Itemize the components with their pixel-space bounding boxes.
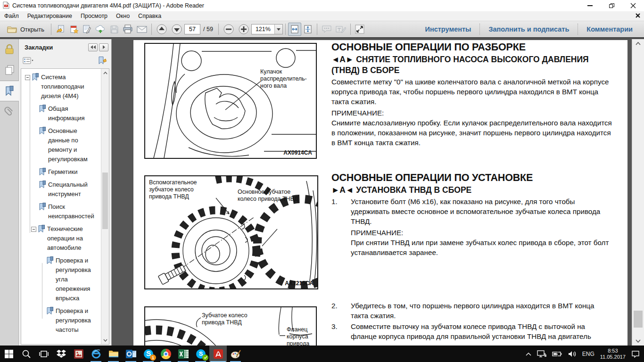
file-explorer-icon[interactable] xyxy=(105,346,122,362)
bookmarks-scrollbar[interactable] xyxy=(101,69,109,344)
bookmark-item[interactable]: Поиск неисправностей xyxy=(24,202,101,221)
paint-icon[interactable] xyxy=(227,346,244,362)
chrome-icon[interactable] xyxy=(157,346,174,362)
volume-icon[interactable] xyxy=(566,346,579,362)
paperclip-icon xyxy=(4,106,15,117)
task-view-icon xyxy=(39,350,49,358)
internet-explorer-icon[interactable] xyxy=(87,346,105,362)
collapse-minus-icon[interactable] xyxy=(25,75,30,80)
list-item-number: 3. xyxy=(331,321,351,341)
sign-document-button[interactable] xyxy=(80,23,93,36)
fit-width-button[interactable] xyxy=(288,23,301,36)
collapse-minus-icon[interactable] xyxy=(31,227,36,232)
menu-help[interactable]: Справка xyxy=(134,11,165,21)
previous-page-button[interactable] xyxy=(154,23,169,36)
bookmark-item[interactable]: Проверка и регулировка угла опережения в… xyxy=(24,256,101,303)
network-icon[interactable] xyxy=(535,346,549,362)
menu-view[interactable]: Просмотр xyxy=(76,11,112,21)
outlook-icon[interactable] xyxy=(122,346,140,362)
save-icon xyxy=(110,25,119,34)
close-button[interactable] xyxy=(622,0,644,11)
window-title: Система топливоподачи двигателя 4M4.pdf … xyxy=(12,2,204,9)
bookmark-item[interactable]: Общая информация xyxy=(24,104,101,123)
battery-icon[interactable] xyxy=(550,346,565,362)
zoom-level-select[interactable]: 121% xyxy=(251,24,283,34)
action-center-icon[interactable] xyxy=(629,346,642,362)
document-scrollbar[interactable] xyxy=(632,39,644,346)
figure-gears: Вспомогательное зубчатое колесо привода … xyxy=(144,175,318,289)
scroll-up-icon[interactable] xyxy=(101,69,109,76)
list-item-text: Совместите выточку на зубчатом колесе пр… xyxy=(351,321,613,341)
figure-camshaft: Кулачок распределитель- ного вала AX0914… xyxy=(144,43,317,159)
language-indicator[interactable]: ENG xyxy=(580,346,597,362)
fit-page-icon xyxy=(303,25,313,34)
scroll-up-icon[interactable] xyxy=(632,40,644,47)
pdf-page: Кулачок распределитель- ного вала AX0914… xyxy=(133,40,627,346)
task-view-button[interactable] xyxy=(35,346,52,362)
taskbar-search-button[interactable] xyxy=(17,346,35,362)
options-list-icon xyxy=(23,57,34,64)
print-button[interactable] xyxy=(121,23,135,36)
fullscreen-button[interactable] xyxy=(353,23,366,36)
minimize-button[interactable] xyxy=(579,0,601,11)
clock[interactable]: 8:53 11.05.2017 xyxy=(598,346,628,362)
scrollbar-thumb[interactable] xyxy=(102,173,108,229)
figure-code: AX0914CA xyxy=(283,149,312,156)
email-button[interactable] xyxy=(135,23,149,36)
tools-pane-button[interactable]: Инструменты xyxy=(417,24,480,35)
comments-pane-button[interactable]: Комментарии xyxy=(578,24,641,35)
list-item-number: 2. xyxy=(331,301,351,321)
page-number-input[interactable] xyxy=(184,24,200,34)
menubar-close-icon[interactable] xyxy=(636,13,640,19)
add-comment-button[interactable] xyxy=(320,23,334,36)
section-heading: ОСНОВНЫЕ ОПЕРАЦИИ ПО РАЗБОРКЕ xyxy=(331,41,613,53)
menu-window[interactable]: Окно xyxy=(112,11,134,21)
note-text: При снятии ТНВД или при замене зубчатых … xyxy=(351,238,613,257)
bookmarks-tab[interactable] xyxy=(0,81,19,101)
minimize-icon xyxy=(587,5,593,6)
attachments-tab[interactable] xyxy=(0,101,19,122)
save-button[interactable] xyxy=(107,23,121,36)
skype-icon[interactable]: 1 xyxy=(140,346,157,362)
bookmark-item[interactable]: Технические операции на автомобиле xyxy=(24,224,101,253)
menu-file[interactable]: Файл xyxy=(0,11,23,21)
new-bookmark-button[interactable] xyxy=(97,56,107,66)
share-file-button[interactable] xyxy=(54,23,67,36)
bookmark-ribbon-icon xyxy=(38,225,45,233)
bookmark-item[interactable]: Специальный инструмент xyxy=(24,180,101,199)
open-button[interactable]: Открыть xyxy=(3,23,49,36)
bookmark-item-root[interactable]: Система топливоподачи дизеля (4M4) xyxy=(24,73,101,101)
fill-sign-pane-button[interactable]: Заполнить и подписать xyxy=(479,24,578,35)
scroll-down-icon[interactable] xyxy=(632,337,644,345)
adobe-reader-taskbar-icon[interactable] xyxy=(209,346,227,362)
security-tab[interactable] xyxy=(0,39,19,60)
start-button[interactable] xyxy=(0,346,17,362)
zoom-dropdown-icon[interactable] xyxy=(274,25,282,34)
zoom-in-button[interactable] xyxy=(236,23,251,36)
collapse-panel-button[interactable] xyxy=(88,43,98,51)
bookmark-item[interactable]: Основные данные по ремонту и регулировка… xyxy=(24,126,101,164)
create-pdf-button[interactable] xyxy=(67,23,80,36)
scrollbar-thumb[interactable] xyxy=(634,311,643,328)
dropbox-icon[interactable] xyxy=(52,346,70,362)
skype-business-icon[interactable] xyxy=(192,346,209,362)
expand-panel-button[interactable] xyxy=(99,43,108,51)
zoom-in-icon xyxy=(238,24,249,35)
menu-edit[interactable]: Редактирование xyxy=(23,11,76,21)
image-viewer-icon[interactable] xyxy=(70,346,87,362)
fit-page-button[interactable] xyxy=(301,23,314,36)
pages-tab[interactable] xyxy=(0,60,19,81)
bookmark-options-menu[interactable] xyxy=(23,57,34,66)
tray-chevron-up-icon[interactable] xyxy=(523,346,534,362)
text-markup-button[interactable] xyxy=(334,23,348,36)
next-page-button[interactable] xyxy=(169,23,184,36)
main-toolbar: Открыть / 59 xyxy=(0,21,644,38)
scroll-down-icon[interactable] xyxy=(101,337,109,344)
zoom-out-button[interactable] xyxy=(221,23,236,36)
excel-icon[interactable] xyxy=(174,346,192,362)
cloud-upload-button[interactable] xyxy=(93,23,107,36)
bookmark-item[interactable]: Проверка и регулировка частоты xyxy=(24,306,101,335)
list-item-number: 1. xyxy=(331,197,351,226)
restore-button[interactable] xyxy=(601,0,622,11)
bookmark-item[interactable]: Герметики xyxy=(24,167,101,177)
